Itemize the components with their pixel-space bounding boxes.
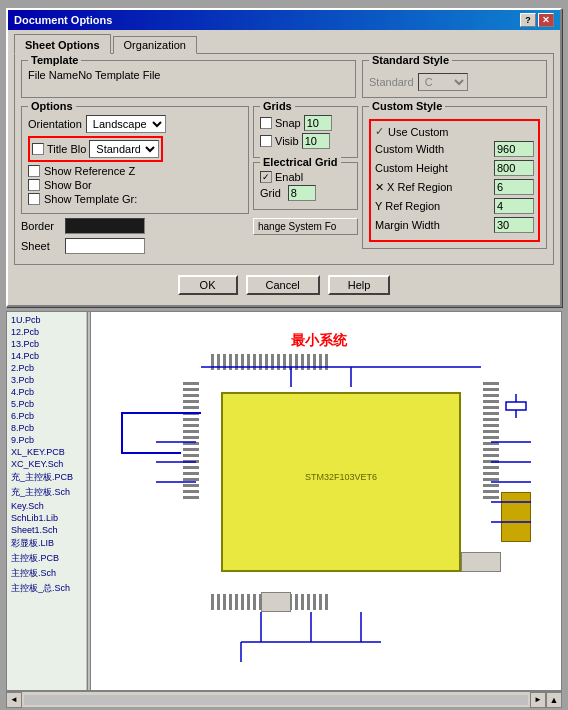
file-item[interactable]: 彩显板.LIB bbox=[9, 536, 84, 551]
file-item[interactable]: 5.Pcb bbox=[9, 398, 84, 410]
cancel-button[interactable]: Cancel bbox=[246, 275, 320, 295]
y-ref-input[interactable] bbox=[494, 198, 534, 214]
pin bbox=[235, 354, 238, 370]
dialog-buttons: OK Cancel Help bbox=[14, 271, 554, 299]
visible-label: Visib bbox=[275, 135, 299, 147]
file-item[interactable]: 主控板.PCB bbox=[9, 551, 84, 566]
pin bbox=[223, 594, 226, 610]
wire-trace bbox=[121, 412, 123, 452]
visible-row: Visib bbox=[260, 133, 351, 149]
file-item[interactable]: Key.Sch bbox=[9, 500, 84, 512]
pin bbox=[325, 354, 328, 370]
title-block-checkbox[interactable] bbox=[32, 143, 44, 155]
sheet-color-box[interactable] bbox=[65, 238, 145, 254]
file-item[interactable]: 主控板.Sch bbox=[9, 566, 84, 581]
help-button[interactable]: Help bbox=[328, 275, 391, 295]
pin bbox=[483, 496, 499, 499]
standard-style-label: Standard Style bbox=[369, 54, 452, 66]
file-item[interactable]: 2.Pcb bbox=[9, 362, 84, 374]
scroll-left-button[interactable]: ◄ bbox=[6, 692, 22, 708]
component bbox=[461, 552, 501, 572]
pin bbox=[483, 478, 499, 481]
pin bbox=[183, 382, 199, 385]
pin bbox=[183, 466, 199, 469]
pin bbox=[483, 418, 499, 421]
grids-group: Grids Snap Visib bbox=[253, 106, 358, 158]
title-block-select[interactable]: Standard bbox=[89, 140, 159, 158]
ok-button[interactable]: OK bbox=[178, 275, 238, 295]
x-ref-input[interactable] bbox=[494, 179, 534, 195]
pin bbox=[289, 354, 292, 370]
visible-input[interactable] bbox=[302, 133, 330, 149]
file-item[interactable]: 13.Pcb bbox=[9, 338, 84, 350]
file-item[interactable]: 3.Pcb bbox=[9, 374, 84, 386]
visible-checkbox[interactable] bbox=[260, 135, 272, 147]
custom-width-input[interactable] bbox=[494, 141, 534, 157]
scroll-corner[interactable]: ▲ bbox=[546, 692, 562, 708]
file-item[interactable]: Sheet1.Sch bbox=[9, 524, 84, 536]
snap-input[interactable] bbox=[304, 115, 332, 131]
standard-style-select[interactable]: C bbox=[418, 73, 468, 91]
pin bbox=[241, 594, 244, 610]
help-title-button[interactable]: ? bbox=[520, 13, 536, 27]
enable-checkbox[interactable]: ✓ bbox=[260, 171, 272, 183]
change-font-button[interactable]: hange System Fo bbox=[253, 218, 358, 235]
file-item[interactable]: 8.Pcb bbox=[9, 422, 84, 434]
pin bbox=[241, 354, 244, 370]
file-item[interactable]: 6.Pcb bbox=[9, 410, 84, 422]
margin-input[interactable] bbox=[494, 217, 534, 233]
show-template-checkbox[interactable] bbox=[28, 193, 40, 205]
sheet-label: Sheet bbox=[21, 240, 59, 252]
pin bbox=[183, 472, 199, 475]
file-item[interactable]: 14.Pcb bbox=[9, 350, 84, 362]
file-item[interactable]: 主控板_总.Sch bbox=[9, 581, 84, 596]
grid-input[interactable] bbox=[288, 185, 316, 201]
show-border-checkbox[interactable] bbox=[28, 179, 40, 191]
custom-height-label: Custom Height bbox=[375, 162, 490, 174]
file-item[interactable]: SchLib1.Lib bbox=[9, 512, 84, 524]
scroll-right-button[interactable]: ► bbox=[530, 692, 546, 708]
pin bbox=[483, 448, 499, 451]
pin bbox=[183, 406, 199, 409]
file-item[interactable]: 4.Pcb bbox=[9, 386, 84, 398]
style-text: Standard bbox=[369, 76, 414, 88]
custom-height-input[interactable] bbox=[494, 160, 534, 176]
pin bbox=[483, 466, 499, 469]
dialog-title-text: Document Options bbox=[14, 14, 112, 26]
horizontal-scrollbar: ◄ ► ▲ bbox=[6, 691, 562, 707]
snap-checkbox[interactable] bbox=[260, 117, 272, 129]
show-template-label: Show Template Gr: bbox=[44, 193, 137, 205]
close-title-button[interactable]: ✕ bbox=[538, 13, 554, 27]
pcb-title: 最小系统 bbox=[291, 332, 347, 350]
pin bbox=[483, 484, 499, 487]
border-row: Border bbox=[21, 218, 249, 234]
options-section: Options Orientation Landscape bbox=[21, 106, 249, 258]
tab-sheet-options[interactable]: Sheet Options bbox=[14, 34, 111, 54]
show-reference-checkbox[interactable] bbox=[28, 165, 40, 177]
file-item[interactable]: XL_KEY.PCB bbox=[9, 446, 84, 458]
margin-row: Margin Width bbox=[375, 217, 534, 233]
pin bbox=[483, 430, 499, 433]
file-item[interactable]: 1U.Pcb bbox=[9, 314, 84, 326]
pin bbox=[229, 594, 232, 610]
pin bbox=[183, 418, 199, 421]
border-color-box[interactable] bbox=[65, 218, 145, 234]
file-item[interactable]: 9.Pcb bbox=[9, 434, 84, 446]
pin bbox=[183, 400, 199, 403]
file-item[interactable]: 12.Pcb bbox=[9, 326, 84, 338]
y-ref-row: Y Ref Region bbox=[375, 198, 534, 214]
show-template-row: Show Template Gr: bbox=[28, 193, 242, 205]
tab-organization[interactable]: Organization bbox=[113, 36, 197, 54]
pin bbox=[183, 394, 199, 397]
file-item[interactable]: 充_主控板.PCB bbox=[9, 470, 84, 485]
sheet-options-panel: Template File NameNo Template File Stand… bbox=[14, 53, 554, 265]
border-section: Border Sheet bbox=[21, 218, 249, 254]
chip-pins-left bbox=[183, 382, 199, 499]
no-template: No Template File bbox=[78, 69, 160, 81]
file-item[interactable]: 充_主控板.Sch bbox=[9, 485, 84, 500]
pin bbox=[307, 594, 310, 610]
scroll-track[interactable] bbox=[24, 695, 528, 705]
file-item[interactable]: XC_KEY.Sch bbox=[9, 458, 84, 470]
orientation-select[interactable]: Landscape bbox=[86, 115, 166, 133]
pin bbox=[265, 354, 268, 370]
